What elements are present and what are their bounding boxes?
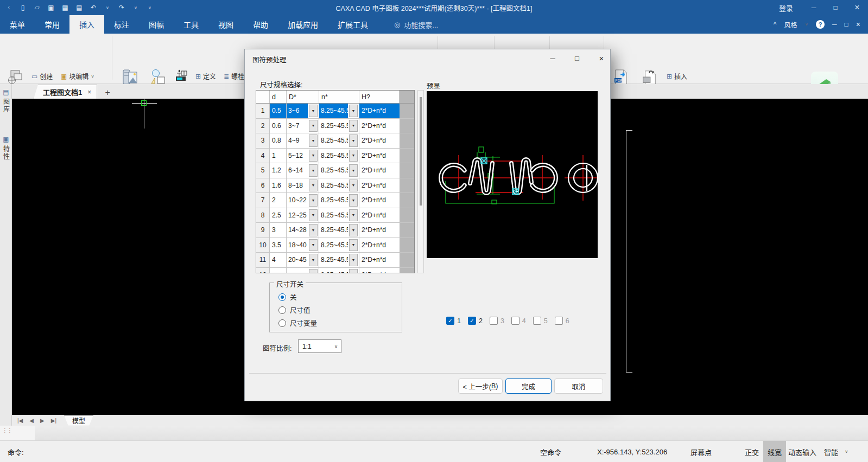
menu-tab-扩展工具[interactable]: 扩展工具 xyxy=(328,15,378,34)
status-ortho-toggle[interactable]: 正交 xyxy=(745,441,759,462)
nav-prev-icon[interactable]: ◀ xyxy=(29,418,34,424)
command-prompt[interactable]: 命令: xyxy=(8,441,24,462)
ribbon-collapse-icon[interactable]: ^ xyxy=(774,21,777,28)
object-insert-button[interactable]: ⊞插入 xyxy=(667,70,687,82)
spec-table-row[interactable]: 7210~22▼8.25~45.5▼2*D+n*d xyxy=(256,193,414,208)
dropdown-arrow-icon[interactable]: ▼ xyxy=(349,120,358,132)
nav-first-icon[interactable]: |◀ xyxy=(17,418,23,424)
dropdown-arrow-icon[interactable]: ▼ xyxy=(309,150,318,162)
window-minimize-button[interactable]: ─ xyxy=(803,0,825,15)
block-edit-button[interactable]: ▣块编辑∨ xyxy=(61,70,94,82)
menu-tab-图幅[interactable]: 图幅 xyxy=(139,15,174,34)
view-checkbox-6[interactable]: 6 xyxy=(555,317,569,325)
document-tab-close-icon[interactable]: × xyxy=(87,88,91,96)
dropdown-arrow-icon[interactable]: ▼ xyxy=(309,254,318,266)
dropdown-arrow-icon[interactable]: ▼ xyxy=(349,239,358,252)
menu-tab-标注[interactable]: 标注 xyxy=(104,15,139,34)
model-tab[interactable]: 模型 xyxy=(64,415,93,426)
menu-tab-工具[interactable]: 工具 xyxy=(174,15,208,34)
spec-table-row[interactable]: 30.84~9▼8.25~45.5▼2*D+n*d xyxy=(256,133,414,149)
dropdown-arrow-icon[interactable]: ▼ xyxy=(309,209,318,222)
redo-icon[interactable]: ↷ xyxy=(117,3,126,12)
dropdown-arrow-icon[interactable]: ▼ xyxy=(309,194,318,207)
dropdown-arrow-icon[interactable]: ▼ xyxy=(309,224,318,236)
view-checkbox-1[interactable]: ✓1 xyxy=(446,317,461,325)
dropdown-arrow-icon[interactable]: ▼ xyxy=(349,269,358,274)
block-create-button[interactable]: ▭创建 xyxy=(31,70,53,82)
status-dynamic-input-toggle[interactable]: 动态输入 xyxy=(788,441,816,462)
spec-table-scrollbar[interactable] xyxy=(417,90,424,273)
dropdown-arrow-icon[interactable]: ▼ xyxy=(309,134,318,147)
spec-table-row[interactable]: 10.53~6▼8.25~45.5▼2*D+n*d xyxy=(256,104,414,119)
dropdown-arrow-icon[interactable]: ▼ xyxy=(309,164,318,177)
view-checkbox-2[interactable]: ✓2 xyxy=(468,317,483,325)
doc-restore-button[interactable]: □ xyxy=(845,21,848,28)
command-bar[interactable]: ⋮⋮ xyxy=(0,426,868,440)
view-checkbox-4[interactable]: 4 xyxy=(511,317,526,325)
window-restore-button[interactable]: □ xyxy=(825,0,846,15)
style-menu[interactable]: 风格 xyxy=(784,20,797,29)
qat-customize-icon[interactable]: ∨ xyxy=(145,3,154,12)
style-caret-icon[interactable]: ∨ xyxy=(804,22,808,27)
dropdown-arrow-icon[interactable]: ▼ xyxy=(349,105,358,117)
nav-next-icon[interactable]: ▶ xyxy=(40,418,45,424)
dropdown-arrow-icon[interactable]: ▼ xyxy=(349,254,358,266)
redo-caret-icon[interactable]: ∨ xyxy=(131,3,140,12)
doc-minimize-button[interactable]: ─ xyxy=(832,21,837,28)
radio-dim-variable[interactable]: 尺寸变量 xyxy=(278,318,317,328)
status-smart-mode[interactable]: 智能 xyxy=(824,441,838,462)
finish-button[interactable]: 完成 xyxy=(505,378,552,394)
dropdown-arrow-icon[interactable]: ▼ xyxy=(309,239,318,252)
dropdown-arrow-icon[interactable]: ▼ xyxy=(349,134,358,147)
dropdown-arrow-icon[interactable]: ▼ xyxy=(309,105,318,117)
dialog-titlebar[interactable]: 图符预处理 ─ □ × xyxy=(245,49,610,67)
dropdown-arrow-icon[interactable]: ▼ xyxy=(349,224,358,236)
radio-dim-value[interactable]: 尺寸值 xyxy=(278,305,311,315)
function-search[interactable]: ◎ 功能搜索... xyxy=(394,15,438,34)
back-button[interactable]: < 上一步(B) xyxy=(458,378,503,394)
print-icon[interactable]: ▤ xyxy=(75,3,84,12)
spec-table-row[interactable]: 51.26~14▼8.25~45.5▼2*D+n*d xyxy=(256,163,414,178)
dropdown-arrow-icon[interactable]: ▼ xyxy=(349,194,358,207)
menu-tab-菜单[interactable]: 菜单 xyxy=(0,15,35,34)
save-as-icon[interactable]: ▦ xyxy=(61,3,69,12)
scrollbar-thumb[interactable] xyxy=(420,97,422,206)
spec-table-row[interactable]: 415~12▼8.25~45.5▼2*D+n*d xyxy=(256,149,414,164)
status-screen-point[interactable]: 屏幕点 xyxy=(690,441,712,462)
spec-table-row[interactable]: 82.512~25▼8.25~45.5▼2*D+n*d xyxy=(256,208,414,223)
login-button[interactable]: 登录 xyxy=(769,3,803,13)
document-tab[interactable]: 工程图文档1 × xyxy=(34,85,97,99)
dropdown-arrow-icon[interactable]: ▼ xyxy=(349,209,358,222)
dialog-close-button[interactable]: × xyxy=(591,51,612,65)
undo-caret-icon[interactable]: ∨ xyxy=(103,3,112,12)
undo-icon[interactable]: ↶ xyxy=(89,3,98,12)
doc-close-button[interactable]: × xyxy=(856,20,860,29)
dropdown-arrow-icon[interactable]: ▼ xyxy=(349,164,358,177)
menu-tab-帮助[interactable]: 帮助 xyxy=(243,15,278,34)
help-icon[interactable]: ? xyxy=(816,20,825,29)
new-document-icon[interactable]: ▯ xyxy=(18,3,27,12)
menu-tab-视图[interactable]: 视图 xyxy=(208,15,243,34)
dropdown-arrow-icon[interactable]: ▼ xyxy=(349,179,358,192)
dropdown-arrow-icon[interactable]: ▼ xyxy=(309,269,318,274)
status-linewidth-toggle[interactable]: 线宽 xyxy=(763,441,786,462)
new-tab-button[interactable]: + xyxy=(100,87,115,99)
menu-tab-插入[interactable]: 插入 xyxy=(69,15,104,34)
dropdown-arrow-icon[interactable]: ▼ xyxy=(309,120,318,132)
menu-tab-常用[interactable]: 常用 xyxy=(35,15,69,34)
view-checkbox-5[interactable]: 5 xyxy=(533,317,548,325)
app-logo-icon[interactable]: ᚲ xyxy=(4,3,13,12)
window-close-button[interactable]: × xyxy=(846,0,868,15)
spec-table-row[interactable]: 20.63~7▼8.25~45.5▼2*D+n*d xyxy=(256,119,414,134)
sidebar-tab-properties[interactable]: ▣ 特性 xyxy=(1,136,11,161)
spec-table[interactable]: d D* n* H? 10.53~6▼8.25~45.5▼2*D+n*d20.6… xyxy=(256,90,415,273)
save-icon[interactable]: ▣ xyxy=(47,3,55,12)
dialog-minimize-button[interactable]: ─ xyxy=(542,51,563,65)
command-bar-grip[interactable]: ⋮⋮ xyxy=(0,426,35,440)
view-checkbox-3[interactable]: 3 xyxy=(490,317,504,325)
spec-table-row[interactable]: 103.518~40▼8.25~45.5▼2*D+n*d xyxy=(256,238,414,253)
library-define-button[interactable]: ⊞定义 xyxy=(195,70,216,82)
spec-table-row[interactable]: 9314~28▼8.25~45.5▼2*D+n*d xyxy=(256,223,414,238)
spec-table-row[interactable]: 11420~45▼8.25~45.5▼2*D+n*d xyxy=(256,253,414,268)
open-file-icon[interactable]: ▱ xyxy=(33,3,41,12)
